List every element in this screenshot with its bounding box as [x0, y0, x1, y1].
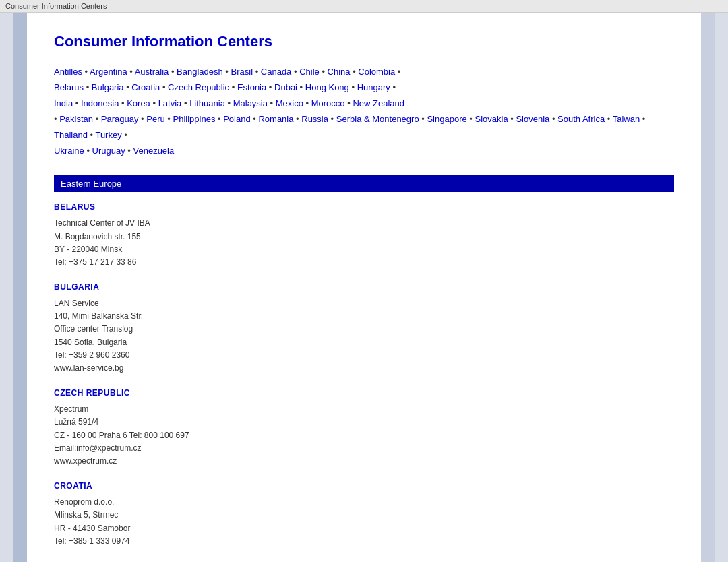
title-bar-text: Consumer Information Centers	[5, 2, 107, 10]
link-russia[interactable]: Russia	[301, 114, 328, 124]
country-section-czech: CZECH REPUBLIC Xpectrum Lužná 591/4 CZ -…	[54, 388, 674, 468]
country-info-czech: Xpectrum Lužná 591/4 CZ - 160 00 Praha 6…	[54, 403, 674, 468]
link-pakistan[interactable]: Pakistan	[59, 114, 93, 124]
right-sidebar-inner	[715, 13, 728, 562]
link-indonesia[interactable]: Indonesia	[81, 98, 119, 108]
link-morocco[interactable]: Morocco	[311, 98, 345, 108]
link-hungary[interactable]: Hungary	[357, 82, 390, 92]
country-section-bulgaria: BULGARIA LAN Service 140, Mimi Balkanska…	[54, 282, 674, 375]
link-canada[interactable]: Canada	[261, 67, 292, 77]
country-info-croatia: Renoprom d.o.o. Mlinska 5, Strmec HR - 4…	[54, 496, 674, 548]
link-czech-republic[interactable]: Czech Republic	[168, 82, 229, 92]
country-info-bulgaria: LAN Service 140, Mimi Balkanska Str. Off…	[54, 297, 674, 375]
link-slovenia[interactable]: Slovenia	[516, 114, 549, 124]
country-name-belarus: BELARUS	[54, 202, 674, 212]
link-malaysia[interactable]: Malaysia	[233, 98, 268, 108]
link-croatia[interactable]: Croatia	[131, 82, 160, 92]
link-south-africa[interactable]: South Africa	[557, 114, 605, 124]
country-info-belarus: Technical Center of JV IBA M. Bogdanovic…	[54, 217, 674, 269]
link-slovakia[interactable]: Slovakia	[475, 114, 508, 124]
link-philippines[interactable]: Philippines	[173, 114, 216, 124]
right-sidebar	[701, 13, 728, 562]
link-turkey[interactable]: Turkey	[95, 130, 121, 140]
link-hong-kong[interactable]: Hong Kong	[305, 82, 349, 92]
title-bar: Consumer Information Centers	[0, 0, 728, 13]
country-section-belarus: BELARUS Technical Center of JV IBA M. Bo…	[54, 202, 674, 269]
left-sidebar-inner	[0, 13, 13, 562]
link-colombia[interactable]: Colombia	[358, 67, 395, 77]
links-section: Antilles • Argentina • Australia • Bangl…	[54, 64, 674, 158]
link-poland[interactable]: Poland	[223, 114, 250, 124]
link-antilles[interactable]: Antilles	[54, 67, 82, 77]
link-lithuania[interactable]: Lithuania	[189, 98, 225, 108]
link-brasil[interactable]: Brasil	[231, 67, 253, 77]
country-name-czech: CZECH REPUBLIC	[54, 388, 674, 398]
link-belarus[interactable]: Belarus	[54, 82, 84, 92]
link-india[interactable]: India	[54, 98, 73, 108]
link-bulgaria[interactable]: Bulgaria	[92, 82, 124, 92]
section-header: Eastern Europe	[54, 175, 674, 192]
browser-layout: Consumer Information Centers Antilles • …	[0, 13, 728, 562]
link-latvia[interactable]: Latvia	[158, 98, 182, 108]
page-title: Consumer Information Centers	[54, 33, 674, 51]
link-romania[interactable]: Romania	[258, 114, 293, 124]
link-china[interactable]: China	[328, 67, 351, 77]
link-serbia[interactable]: Serbia & Montenegro	[336, 114, 419, 124]
link-uruguay[interactable]: Uruguay	[92, 146, 125, 156]
scrollbar[interactable]	[701, 13, 715, 562]
main-content: Consumer Information Centers Antilles • …	[27, 13, 701, 562]
link-new-zealand[interactable]: New Zealand	[353, 98, 404, 108]
link-singapore[interactable]: Singapore	[427, 114, 466, 124]
link-bangladesh[interactable]: Bangladesh	[177, 67, 223, 77]
link-korea[interactable]: Korea	[127, 98, 150, 108]
link-dubai[interactable]: Dubai	[274, 82, 297, 92]
link-ukraine[interactable]: Ukraine	[54, 146, 84, 156]
link-chile[interactable]: Chile	[299, 67, 320, 77]
link-mexico[interactable]: Mexico	[276, 98, 303, 108]
country-name-croatia: CROATIA	[54, 481, 674, 491]
link-peru[interactable]: Peru	[146, 114, 164, 124]
link-taiwan[interactable]: Taiwan	[613, 114, 640, 124]
link-venezuela[interactable]: Venezuela	[133, 146, 175, 156]
country-section-croatia: CROATIA Renoprom d.o.o. Mlinska 5, Strme…	[54, 481, 674, 548]
link-australia[interactable]: Australia	[135, 67, 169, 77]
country-name-bulgaria: BULGARIA	[54, 282, 674, 292]
link-estonia[interactable]: Estonia	[237, 82, 266, 92]
link-paraguay[interactable]: Paraguay	[101, 114, 139, 124]
link-argentina[interactable]: Argentina	[90, 67, 127, 77]
left-sidebar	[0, 13, 27, 562]
link-thailand[interactable]: Thailand	[54, 130, 88, 140]
